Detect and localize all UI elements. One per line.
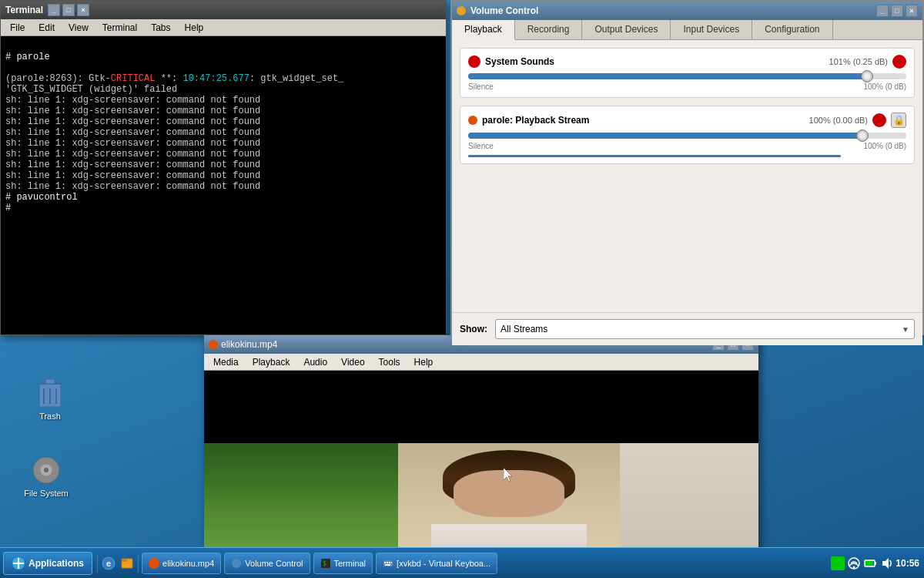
vol-close-button[interactable]: ×: [906, 5, 918, 17]
svg-rect-23: [391, 562, 392, 563]
parole-menu-media[interactable]: Media: [207, 355, 245, 369]
trash-label: Trash: [39, 412, 61, 421]
svg-rect-15: [122, 559, 127, 562]
parole-mute-button[interactable]: [872, 113, 886, 127]
svg-rect-24: [385, 564, 390, 566]
parole-channel-name: parole: Playback Stream: [468, 115, 589, 126]
battery-icon[interactable]: [863, 556, 877, 570]
svg-rect-22: [389, 562, 390, 563]
video-top-black: [204, 371, 758, 443]
menu-edit[interactable]: Edit: [32, 21, 61, 35]
taskbar-item-terminal[interactable]: $ Terminal: [313, 553, 373, 574]
volume-window-controls: _ □ ×: [876, 5, 918, 17]
tab-playback[interactable]: Playback: [452, 20, 515, 40]
parole-menu-audio[interactable]: Audio: [297, 355, 333, 369]
taskbar-separator-2: [138, 554, 139, 573]
parole-menu-tools[interactable]: Tools: [373, 355, 407, 369]
svg-marker-30: [882, 558, 889, 569]
parole-slider-labels: Silence 100% (0 dB): [468, 142, 906, 150]
quick-launch-files[interactable]: [120, 556, 134, 570]
terminal-app-icon: $: [320, 558, 331, 569]
svg-text:$: $: [323, 560, 326, 567]
cursor-indicator: [504, 468, 514, 486]
svg-marker-1: [504, 468, 512, 482]
keyboard-app-icon: [383, 558, 393, 569]
taskbar: Applications e elikokinu.mp4 Volume Cont…: [0, 547, 924, 578]
close-button[interactable]: ×: [77, 4, 89, 16]
volume-tabs: Playback Recording Output Devices Input …: [452, 20, 922, 40]
svg-point-16: [232, 559, 241, 568]
taskbar-item-keyboard[interactable]: [xvkbd - Virtual Keyboa...: [376, 553, 497, 574]
terminal-output[interactable]: # parole (parole:8263): Gtk-CRITICAL **:…: [1, 36, 446, 334]
volume-control-window: Volume Control _ □ × Playback Recording …: [450, 0, 924, 335]
vol-maximize-button[interactable]: □: [891, 5, 903, 17]
terminal-title: Terminal: [5, 5, 43, 15]
svg-point-0: [471, 59, 477, 65]
menu-view[interactable]: View: [62, 21, 95, 35]
minimize-button[interactable]: _: [48, 4, 60, 16]
parole-vol-text: 100% (0.00 dB): [809, 116, 868, 125]
parole-channel: parole: Playback Stream 100% (0.00 dB) 🔒…: [460, 106, 915, 164]
system-sounds-name: System Sounds: [468, 55, 554, 68]
system-tray: 10:56: [826, 556, 924, 570]
menu-terminal[interactable]: Terminal: [96, 21, 143, 35]
trash-icon: [35, 378, 65, 408]
quick-launch-browser[interactable]: e: [102, 556, 116, 570]
show-label: Show:: [460, 324, 487, 334]
show-dropdown[interactable]: All Streams ▼: [495, 319, 915, 339]
channel-right-system: 101% (0.25 dB): [829, 55, 906, 69]
parole-menu-playback[interactable]: Playback: [246, 355, 296, 369]
filesystem-icon: [31, 455, 62, 486]
taskbar-item-parole[interactable]: elikokinu.mp4: [142, 553, 221, 574]
svg-rect-21: [387, 562, 388, 563]
tab-configuration[interactable]: Configuration: [752, 20, 832, 39]
svg-rect-4: [45, 379, 55, 384]
system-slider-container: [468, 73, 906, 79]
svg-rect-20: [384, 562, 386, 563]
show-bar: Show: All Streams ▼: [452, 312, 922, 345]
filesystem-label: File System: [24, 489, 68, 498]
tab-input-devices[interactable]: Input Devices: [671, 20, 752, 39]
system-mute-button[interactable]: [892, 55, 906, 69]
tab-recording[interactable]: Recording: [515, 20, 583, 39]
volume-title: Volume Control: [470, 5, 538, 16]
vol-minimize-button[interactable]: _: [876, 5, 889, 17]
parole-window: elikokinu.mp4 _ □ × Media Playback Audio…: [204, 335, 758, 578]
parole-menu-help[interactable]: Help: [408, 355, 440, 369]
menu-help[interactable]: Help: [179, 21, 210, 35]
system-vol-text: 101% (0.25 dB): [829, 57, 888, 66]
applications-icon: [12, 556, 25, 570]
svg-rect-28: [875, 562, 876, 565]
taskbar-item-volume[interactable]: Volume Control: [224, 553, 310, 574]
filesystem-icon-desktop[interactable]: File System: [19, 455, 73, 498]
volume-content: System Sounds 101% (0.25 dB) Silence 100…: [452, 40, 922, 312]
taskbar-separator-1: [97, 554, 98, 573]
system-slider-labels: Silence 100% (0 dB): [468, 82, 906, 91]
maximize-button[interactable]: □: [62, 4, 75, 16]
system-slider-track[interactable]: [468, 73, 906, 79]
tab-output-devices[interactable]: Output Devices: [582, 20, 671, 39]
parole-menubar: Media Playback Audio Video Tools Help: [204, 354, 758, 371]
volume-tray-icon[interactable]: [879, 556, 893, 570]
volume-window-icon: [457, 6, 466, 15]
terminal-menubar: File Edit View Terminal Tabs Help: [1, 19, 446, 36]
menu-tabs[interactable]: Tabs: [145, 21, 176, 35]
network-icon[interactable]: [847, 556, 861, 570]
svg-text:e: e: [106, 559, 111, 568]
terminal-window: Terminal _ □ × File Edit View Terminal T…: [0, 0, 447, 335]
channel-header-system: System Sounds 101% (0.25 dB): [468, 55, 906, 69]
menu-file[interactable]: File: [4, 21, 31, 35]
applications-menu-button[interactable]: Applications: [3, 552, 92, 575]
network-indicator[interactable]: [831, 556, 845, 570]
svg-point-26: [853, 566, 855, 568]
trash-icon-desktop[interactable]: Trash: [23, 378, 77, 421]
system-sounds-icon: [468, 55, 480, 68]
parole-menu-video[interactable]: Video: [335, 355, 370, 369]
parole-slider-track[interactable]: [468, 133, 906, 139]
system-sounds-channel: System Sounds 101% (0.25 dB) Silence 100…: [460, 48, 915, 98]
terminal-window-controls: _ □ ×: [48, 4, 89, 16]
parole-channel-icon: [468, 116, 477, 125]
parole-lock-button[interactable]: 🔒: [891, 113, 906, 128]
show-dropdown-value: All Streams: [500, 324, 547, 334]
parole-title-icon: [209, 340, 218, 349]
